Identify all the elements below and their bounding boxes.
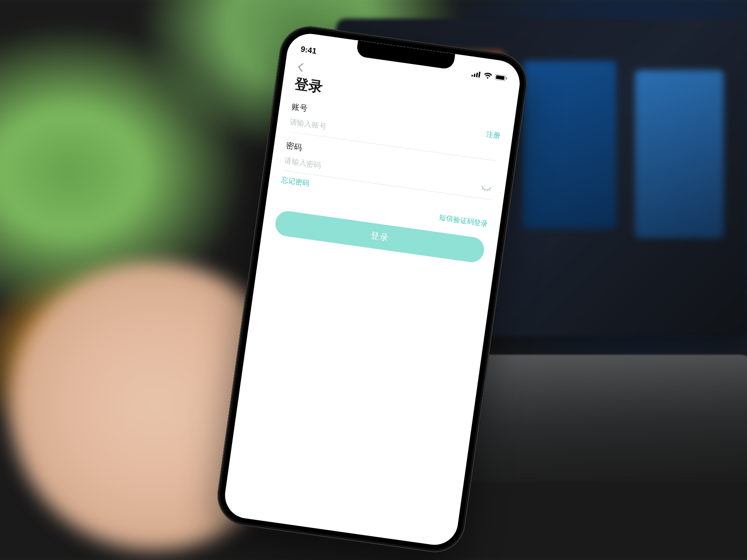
toggle-password-visibility[interactable] (480, 184, 493, 195)
status-icons (472, 70, 508, 82)
cellular-icon (472, 70, 482, 78)
svg-rect-5 (496, 75, 505, 79)
wifi-icon (483, 72, 493, 79)
eye-closed-icon (480, 184, 492, 193)
status-time: 9:41 (300, 45, 317, 56)
register-link[interactable]: 注册 (486, 130, 500, 140)
forgot-password-link[interactable]: 忘记密码 (281, 175, 310, 188)
battery-icon (494, 74, 508, 82)
svg-rect-0 (472, 75, 473, 77)
svg-rect-2 (476, 72, 478, 77)
svg-rect-3 (478, 71, 480, 77)
chevron-left-icon (296, 62, 304, 72)
back-button[interactable] (296, 62, 307, 73)
svg-rect-6 (506, 77, 507, 79)
svg-rect-1 (474, 73, 476, 77)
